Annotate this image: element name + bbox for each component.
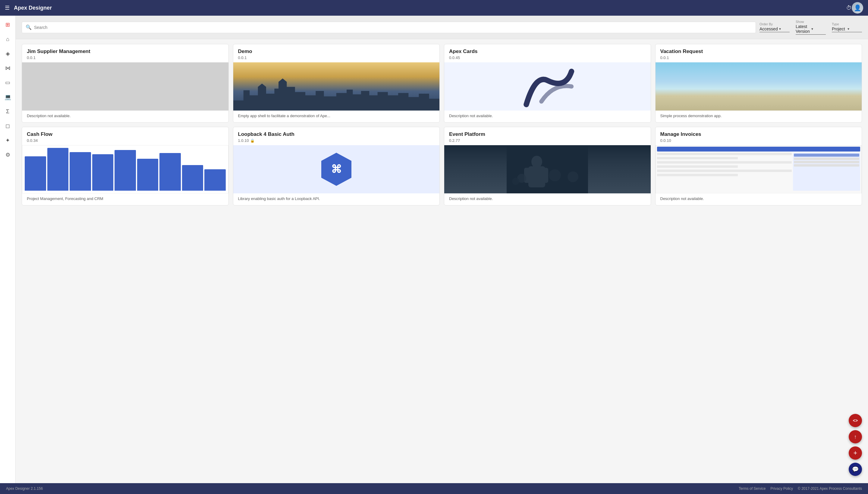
terms-link[interactable]: Terms of Service — [739, 487, 765, 491]
bar-9 — [204, 169, 226, 191]
card-image — [22, 145, 228, 193]
bar-4 — [92, 154, 114, 191]
card-loopback-auth[interactable]: Loopback 4 Basic Auth 1.0.10 🔒 ⌘ Library — [233, 127, 440, 205]
menu-icon[interactable]: ☰ — [5, 4, 10, 11]
main-layout: ⊞ ⌂ ◈ ⋈ ▭ 💻 Σ ◻ ✦ ⚙ — [0, 16, 868, 483]
invoice-left — [657, 153, 792, 191]
card-title: Event Platform — [449, 131, 646, 137]
order-by-select[interactable]: Accessed ▾ — [759, 26, 790, 32]
version-label: Apex Designer 2.1.156 — [6, 487, 43, 491]
card-image — [444, 62, 651, 111]
sidebar-item-settings[interactable]: ⚙ — [2, 149, 14, 161]
search-input[interactable] — [34, 25, 752, 30]
filter-group: Order By Accessed ▾ Show Latest Version … — [759, 20, 862, 35]
card-version: 1.0.10 🔒 — [238, 138, 435, 143]
sidebar-item-home[interactable]: ⌂ — [2, 33, 14, 45]
invoice-row — [657, 170, 792, 172]
toolbar: 🔍 Order By Accessed ▾ Show Latest Versio… — [16, 16, 868, 39]
fab-add-button[interactable]: + — [849, 446, 862, 460]
show-value: Latest Version — [796, 24, 810, 34]
show-select[interactable]: Latest Version ▾ — [796, 24, 826, 35]
sidebar: ⊞ ⌂ ◈ ⋈ ▭ 💻 Σ ◻ ✦ ⚙ — [0, 16, 16, 483]
card-apex-cards[interactable]: Apex Cards 0.0.45 Description not availa… — [444, 44, 651, 122]
card-jim-supplier[interactable]: Jim Supplier Management 0.0.1 Descriptio… — [22, 44, 229, 122]
copyright: © 2017-2021 Apex Process Consultants — [798, 487, 862, 491]
sidebar-item-grid[interactable]: ⊞ — [2, 19, 14, 31]
chevron-down-icon-3: ▾ — [848, 27, 862, 31]
invoice-row — [657, 174, 738, 176]
svg-text:⌘: ⌘ — [331, 163, 342, 175]
sidebar-item-sigma[interactable]: Σ — [2, 106, 14, 117]
invoice-row — [657, 161, 792, 164]
bar-7 — [160, 153, 181, 191]
sidebar-item-diagram[interactable]: ◈ — [2, 48, 14, 60]
card-vacation-request[interactable]: Vacation Request 0.0.1 Simple process de… — [655, 44, 862, 122]
search-icon: 🔍 — [25, 24, 32, 30]
settings-icon: ⚙ — [5, 152, 10, 158]
card-demo[interactable]: Demo 0.0.1 Empty app shell to facilitate… — [233, 44, 440, 122]
card-header: Loopback 4 Basic Auth 1.0.10 🔒 — [233, 127, 440, 145]
card-title: Vacation Request — [660, 49, 857, 55]
fab-container: <> ↑ + 💬 — [849, 414, 862, 476]
event-silhouette — [506, 145, 588, 193]
type-label: Type — [832, 22, 862, 26]
chevron-down-icon-2: ▾ — [811, 27, 826, 31]
card-desc: Project Management, Forecasting and CRM — [22, 193, 228, 205]
card-event-platform[interactable]: Event Platform 0.2.77 — [444, 127, 651, 205]
order-by-filter: Order By Accessed ▾ — [759, 22, 790, 32]
card-version: 0.0.1 — [238, 55, 435, 60]
card-desc: Library enabling basic auth for a Loopba… — [233, 193, 440, 205]
sidebar-item-document[interactable]: ◻ — [2, 120, 14, 132]
fab-up-button[interactable]: ↑ — [849, 430, 862, 443]
card-title: Demo — [238, 49, 435, 55]
chevron-down-icon: ▾ — [779, 27, 790, 31]
card-version: 0.0.45 — [449, 55, 646, 60]
invoice-content — [657, 153, 861, 191]
card-desc: Empty app shell to facilitate a demonstr… — [233, 111, 440, 122]
app-title: Apex Designer — [14, 5, 844, 11]
type-value: Project — [832, 26, 846, 31]
card-image: ⌘ — [233, 145, 440, 193]
privacy-link[interactable]: Privacy Policy — [770, 487, 793, 491]
svg-point-8 — [549, 169, 561, 181]
card-header: Event Platform 0.2.77 — [444, 127, 651, 145]
bar-2 — [47, 148, 69, 191]
type-select[interactable]: Project ▾ — [832, 26, 862, 32]
sidebar-item-puzzle[interactable]: ✦ — [2, 134, 14, 146]
search-box[interactable]: 🔍 — [22, 22, 756, 33]
card-image — [233, 62, 440, 111]
card-header: Manage Invoices 0.0.10 — [655, 127, 862, 145]
card-image — [655, 62, 862, 111]
card-desc: Description not available. — [444, 193, 651, 205]
card-version: 0.0.1 — [660, 55, 857, 60]
card-header: Cash Flow 0.0.34 — [22, 127, 228, 145]
invoice-row — [657, 157, 738, 159]
svg-rect-6 — [542, 168, 548, 183]
avatar[interactable]: 👤 — [852, 2, 863, 14]
invoice-row — [657, 153, 792, 155]
card-image — [655, 145, 862, 193]
card-manage-invoices[interactable]: Manage Invoices 0.0.10 — [655, 127, 862, 205]
invoice-right — [793, 153, 861, 191]
footer: Apex Designer 2.1.156 Terms of Service P… — [0, 483, 868, 494]
sidebar-item-share[interactable]: ⋈ — [2, 62, 14, 74]
order-by-label: Order By — [759, 22, 790, 26]
fab-chat-button[interactable]: 💬 — [849, 463, 862, 476]
history-icon[interactable]: ⏱ — [846, 5, 852, 11]
card-title: Manage Invoices — [660, 131, 857, 137]
topbar: ☰ Apex Designer ⏱ 👤 — [0, 0, 868, 16]
card-desc: Description not available. — [655, 193, 862, 205]
share-icon: ⋈ — [5, 65, 11, 71]
grid-icon: ⊞ — [5, 21, 10, 28]
puzzle-icon: ✦ — [5, 137, 10, 144]
sidebar-item-screen[interactable]: ▭ — [2, 77, 14, 89]
laptop-icon: 💻 — [4, 94, 11, 100]
fab-code-button[interactable]: <> — [849, 414, 862, 427]
sidebar-item-laptop[interactable]: 💻 — [2, 91, 14, 103]
cards-grid: Jim Supplier Management 0.0.1 Descriptio… — [16, 39, 868, 210]
card-header: Vacation Request 0.0.1 — [655, 44, 862, 62]
card-version: 0.0.10 — [660, 138, 857, 143]
card-desc: Description not available. — [22, 111, 228, 122]
content-area: 🔍 Order By Accessed ▾ Show Latest Versio… — [16, 16, 868, 483]
card-cash-flow[interactable]: Cash Flow 0.0.34 — [22, 127, 229, 205]
